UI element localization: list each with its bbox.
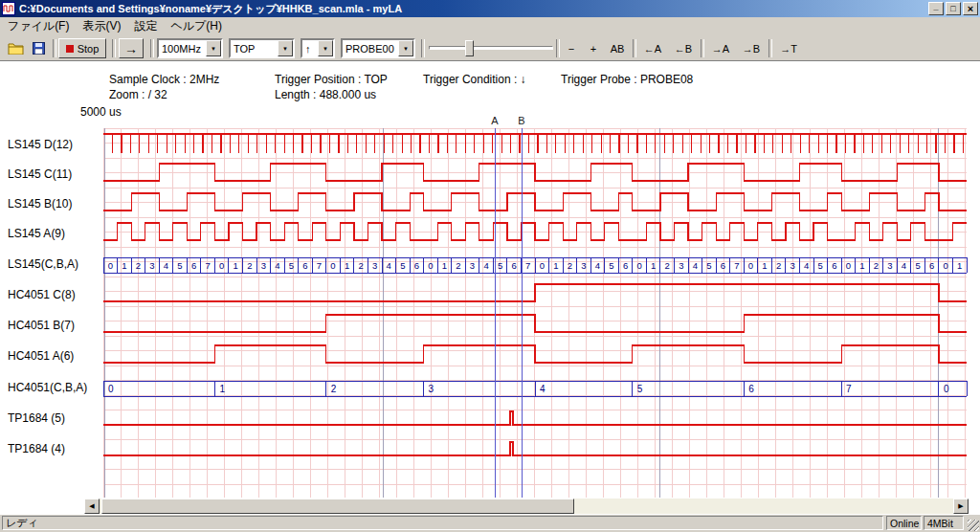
- svg-text:0: 0: [748, 260, 753, 271]
- svg-text:4: 4: [693, 260, 698, 271]
- stop-button[interactable]: Stop: [58, 38, 106, 58]
- svg-text:6: 6: [748, 384, 754, 394]
- zoom-slider[interactable]: [429, 38, 553, 58]
- title-bar[interactable]: C:¥Documents and Settings¥noname¥デスクトップ¥…: [0, 0, 980, 17]
- scroll-left-button[interactable]: ◀: [84, 499, 100, 514]
- app-icon: [2, 2, 15, 15]
- chevron-down-icon[interactable]: ▼: [206, 40, 221, 56]
- svg-text:6: 6: [414, 260, 419, 271]
- zoom-out-button[interactable]: −: [561, 38, 582, 58]
- svg-text:3: 3: [372, 260, 377, 271]
- maximize-icon: □: [950, 5, 955, 13]
- svg-text:2: 2: [874, 260, 879, 271]
- jump-right-a-button[interactable]: →A: [706, 38, 735, 58]
- svg-text:2: 2: [776, 260, 781, 271]
- menu-help[interactable]: ヘルプ(H): [164, 16, 229, 36]
- menu-file[interactable]: ファイル(F): [1, 16, 76, 36]
- trigger-position-info: Trigger Position : TOP: [275, 73, 388, 86]
- svg-text:4: 4: [387, 260, 391, 271]
- horizontal-scrollbar[interactable]: ◀ ▶: [84, 499, 969, 514]
- close-icon: ×: [968, 4, 973, 14]
- open-file-button[interactable]: [5, 38, 27, 58]
- status-message: レディ: [6, 516, 38, 530]
- chevron-down-icon[interactable]: ▼: [278, 40, 293, 56]
- svg-text:6: 6: [929, 260, 934, 271]
- trigger-probe-info: Trigger Probe : PROBE08: [561, 73, 693, 86]
- resize-grip[interactable]: [968, 520, 979, 531]
- close-button[interactable]: ×: [963, 2, 978, 15]
- trace-5: [103, 284, 967, 301]
- svg-text:3: 3: [887, 260, 892, 271]
- length-info: Length : 488.000 us: [275, 88, 376, 101]
- status-message-panel: レディ: [2, 516, 883, 530]
- toolbar-separator: [112, 39, 116, 57]
- svg-text:2: 2: [456, 260, 460, 271]
- menu-view[interactable]: 表示(V): [76, 16, 127, 36]
- zoom-in-button[interactable]: +: [583, 38, 604, 58]
- trace-6: [103, 315, 967, 332]
- svg-text:3: 3: [429, 384, 434, 394]
- scroll-right-button[interactable]: ▶: [953, 499, 969, 514]
- svg-text:0: 0: [944, 260, 948, 271]
- bus-8: [103, 381, 967, 396]
- svg-text:0: 0: [944, 384, 949, 394]
- svg-text:7: 7: [846, 384, 852, 394]
- trigger-edge-select[interactable]: ↑ ▼: [301, 38, 335, 58]
- svg-text:7: 7: [205, 260, 210, 271]
- online-status: Online: [890, 518, 919, 529]
- svg-text:6: 6: [191, 260, 196, 271]
- run-button[interactable]: →: [119, 38, 144, 58]
- svg-text:4: 4: [275, 260, 279, 271]
- trigger-position-value: TOP: [231, 40, 278, 56]
- svg-text:2: 2: [247, 260, 252, 271]
- svg-text:6: 6: [512, 260, 517, 271]
- jump-left-a-button[interactable]: ←A: [638, 38, 667, 58]
- stop-icon: [66, 45, 74, 53]
- svg-text:2: 2: [331, 384, 337, 394]
- waveform-plot[interactable]: 0123456701234567012345601234567012345601…: [0, 113, 972, 499]
- svg-text:0: 0: [540, 260, 545, 271]
- sample-rate-select[interactable]: 100MHz ▼: [157, 38, 223, 58]
- jump-left-b-button[interactable]: ←B: [669, 38, 698, 58]
- scrollbar-thumb[interactable]: [101, 499, 574, 514]
- svg-text:6: 6: [721, 260, 725, 271]
- trigger-position-select[interactable]: TOP ▼: [229, 38, 295, 58]
- cursor-a-label: A: [491, 115, 499, 126]
- jump-right-b-button[interactable]: →B: [737, 38, 766, 58]
- chevron-down-icon[interactable]: ▼: [398, 40, 413, 56]
- svg-text:3: 3: [470, 260, 475, 271]
- sample-clock-info: Sample Clock : 2MHz: [109, 73, 219, 86]
- svg-text:0: 0: [108, 384, 114, 394]
- zoom-slider-track: [429, 46, 553, 50]
- svg-text:2: 2: [568, 260, 572, 271]
- toolbar-separator: [421, 39, 425, 57]
- chevron-down-icon[interactable]: ▼: [318, 40, 333, 56]
- svg-text:5: 5: [400, 260, 405, 271]
- cursor-ab-button[interactable]: AB: [605, 38, 630, 58]
- svg-text:0: 0: [636, 260, 641, 271]
- svg-text:5: 5: [637, 384, 643, 394]
- save-button[interactable]: [28, 38, 50, 58]
- svg-text:5: 5: [498, 260, 502, 271]
- svg-text:0: 0: [428, 260, 433, 271]
- svg-text:3: 3: [790, 260, 794, 271]
- zoom-slider-handle[interactable]: [465, 40, 474, 56]
- svg-text:6: 6: [302, 260, 307, 271]
- svg-text:0: 0: [219, 260, 224, 271]
- zoom-info: Zoom : / 32: [109, 88, 167, 101]
- svg-text:7: 7: [734, 260, 739, 271]
- minimize-button[interactable]: _: [928, 2, 944, 15]
- menu-settings[interactable]: 設定: [127, 16, 164, 36]
- svg-text:5: 5: [818, 260, 823, 271]
- toolbar-separator: [768, 39, 772, 57]
- svg-text:1: 1: [651, 260, 656, 271]
- sample-rate-value: 100MHz: [159, 40, 206, 56]
- open-folder-icon: [8, 42, 24, 55]
- grid-minor: [103, 128, 967, 498]
- jump-trigger-button[interactable]: →T: [774, 38, 803, 58]
- trigger-edge-value: ↑: [302, 40, 318, 56]
- trigger-probe-select[interactable]: PROBE00 ▼: [341, 38, 415, 58]
- maximize-button[interactable]: □: [946, 2, 961, 15]
- svg-text:6: 6: [832, 260, 836, 271]
- svg-text:5: 5: [915, 260, 920, 271]
